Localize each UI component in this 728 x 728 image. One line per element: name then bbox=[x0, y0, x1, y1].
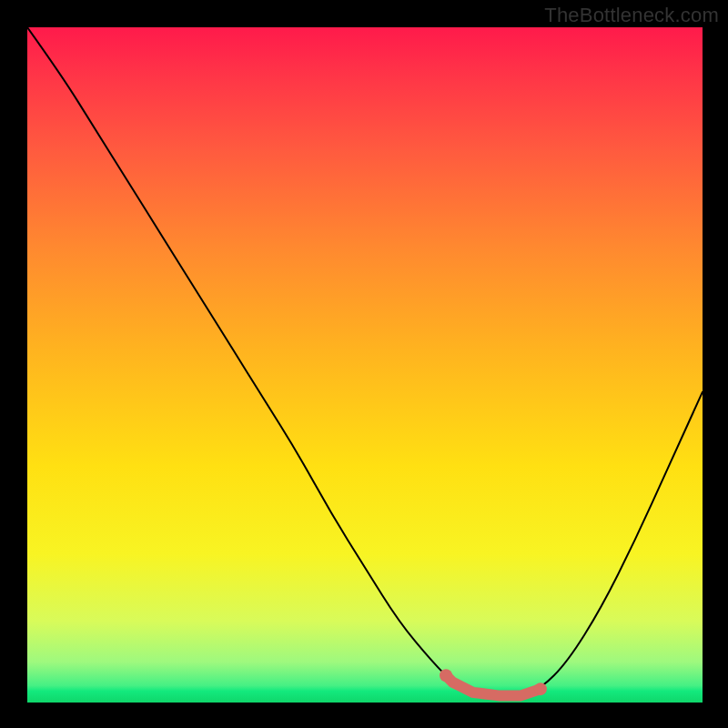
valley-highlight-dot-left bbox=[440, 669, 452, 682]
plot-area bbox=[27, 27, 703, 703]
bottleneck-curve bbox=[27, 27, 703, 696]
chart-container: TheBottleneck.com bbox=[0, 0, 728, 728]
watermark-text: TheBottleneck.com bbox=[544, 4, 719, 27]
curve-svg bbox=[27, 27, 703, 703]
valley-highlight-dot-right bbox=[534, 682, 547, 695]
valley-highlight bbox=[446, 675, 541, 695]
